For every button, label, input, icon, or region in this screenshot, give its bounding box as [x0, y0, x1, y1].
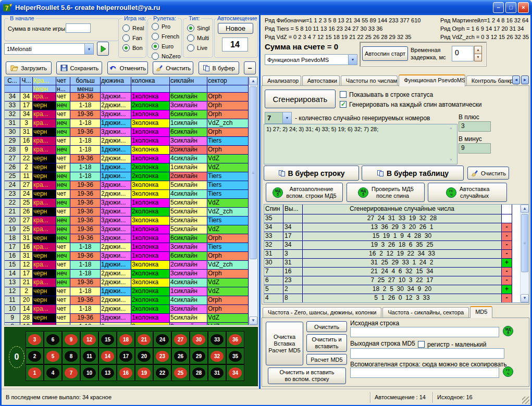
chevron-down-icon[interactable]: ▼ — [348, 55, 357, 65]
maximize-button[interactable]: □ — [505, 2, 516, 13]
generate-button[interactable]: Сгенерировать — [265, 90, 336, 108]
table-row[interactable]: 2126чернчет19-363дюжи...2колонка5сиклайн… — [5, 208, 249, 217]
clear-generated-button[interactable]: Очистить — [467, 167, 509, 180]
tab-scroll-right-icon[interactable]: ► — [521, 75, 529, 84]
generated-row[interactable]: 485 1 26 0 12 3 33- — [264, 294, 513, 303]
md5-icon[interactable]: ГСЧ — [502, 366, 514, 378]
table-row[interactable]: 3234кра...чет19-363дюжи...1колонка6сикла… — [5, 110, 249, 119]
generated-row[interactable]: 71621 24 4 6 32 15 34- — [264, 268, 513, 276]
scrollbar-thumb[interactable]: ≡ — [250, 86, 257, 259]
close-button[interactable]: × — [518, 2, 529, 13]
roulette-number-29[interactable]: 29 — [192, 351, 205, 362]
table-row[interactable]: 1321кра...неч19-362дюжи...3колонка4сикла… — [5, 278, 249, 287]
table-row[interactable]: 1014кра...чет1-182дюжи...2колонка3сиклай… — [5, 305, 249, 314]
roulette-number-23[interactable]: 23 — [156, 351, 169, 362]
md5-clear-paste-button[interactable]: Очистить и вставить — [306, 334, 347, 352]
radio-option-french[interactable]: French — [148, 31, 181, 41]
roulette-number-27[interactable]: 27 — [174, 334, 187, 345]
radio-option-live[interactable]: Live — [183, 43, 213, 53]
table-row[interactable]: 2916кра...чет1-182дюжи...1колонка3сиклай… — [5, 137, 249, 146]
roulette-number-18[interactable]: 18 — [119, 334, 132, 345]
roulette-number-11[interactable]: 11 — [83, 351, 96, 362]
toolbar-button-minus[interactable]: − — [244, 61, 256, 74]
check-md5-button[interactable]: МД5 Проверить МД5 после спина — [347, 183, 425, 202]
table-row[interactable]: 1512кра...чет1-181дюжи...3колонка2сиклай… — [5, 261, 249, 270]
play-button[interactable] — [97, 42, 109, 56]
table-row[interactable]: 3317черннеч1-182дюжи...2колонка3сиклайнO… — [5, 102, 249, 110]
table-row[interactable]: 262чернчет1-181дюжи...2колонка1сиклайнVd… — [5, 163, 249, 172]
checkbox-show-status[interactable] — [340, 91, 347, 98]
functional-combobox[interactable]: Функционал PsevdoMS ▼ — [265, 54, 357, 65]
table-row[interactable]: 313кра...неч1-181дюжи...3колонка1сиклайн… — [5, 119, 249, 128]
table-row[interactable]: 1716кра...чет1-182дюжи...1колонка3сиклай… — [5, 243, 249, 252]
roulette-number-13[interactable]: 13 — [101, 367, 114, 378]
scroll-down-icon[interactable]: ▼ — [249, 316, 257, 325]
count-combobox[interactable]: 7 ▼ — [265, 112, 292, 124]
roulette-number-8[interactable]: 8 — [65, 351, 78, 362]
history-table-scrollbar[interactable]: ▲ ≡ ▼ — [249, 77, 257, 325]
delay-input[interactable]: 0 — [452, 46, 474, 61]
radio-option-fan[interactable]: Fan — [119, 33, 146, 43]
roulette-number-1[interactable]: 1 — [28, 367, 41, 378]
md5-clear-button[interactable]: Очистить — [306, 321, 347, 332]
table-row[interactable]: 2027кра...неч19-363дюжи...3колонка5сикла… — [5, 217, 249, 225]
generated-textarea[interactable]: 1) 27; 2) 24; 3) 31; 4) 33; 5) 19; 6) 32… — [264, 124, 457, 164]
roulette-number-2[interactable]: 2 — [28, 351, 41, 362]
table-row[interactable]: 2225кра...неч19-363дюжи...1колонка5сикла… — [5, 199, 249, 208]
md5-big-button[interactable]: Очистка Вставка Расчет MD5 — [266, 322, 303, 365]
start-sum-input[interactable] — [66, 23, 91, 33]
roulette-number-10[interactable]: 10 — [83, 367, 96, 378]
tab-частоты-по-числам[interactable]: Частоты по числам — [341, 75, 398, 86]
toolbar-button-undo[interactable]: Отменить — [107, 61, 148, 74]
spinner-up-icon[interactable]: ▲ — [475, 46, 481, 54]
table-row[interactable]: 2511черннеч1-181дюжи...2колонка2сиклайнT… — [5, 172, 249, 181]
tab-автоставки[interactable]: Автоставки — [302, 75, 340, 86]
roulette-number-36[interactable]: 36 — [229, 334, 242, 345]
tab-частота-сиклайны-сектора[interactable]: Частота - сиклайны, сектора — [382, 307, 469, 318]
table-row[interactable]: 3434кра...чет19-363дюжи...1колонка6сикла… — [5, 93, 249, 102]
spinner-down-icon[interactable]: ▼ — [475, 54, 481, 61]
delay-spinner[interactable]: ▲ ▼ — [474, 46, 482, 61]
roulette-number-17[interactable]: 17 — [119, 351, 132, 362]
table-row[interactable]: 1120чернчет19-362дюжи...2колонка4сиклайн… — [5, 296, 249, 305]
md5-icon[interactable]: МД5 — [502, 325, 514, 338]
generated-row[interactable]: 31316 2 12 19 22 34 33- — [264, 250, 513, 259]
generated-row[interactable]: 323419 3 26 18 6 35 25- — [264, 241, 513, 250]
table-row[interactable]: 289кра...неч1-181дюжи...3колонка2сиклайн… — [5, 146, 249, 155]
roulette-number-30[interactable]: 30 — [192, 334, 205, 345]
table-row[interactable]: 810кра...чет1-182дюжи...3колонка3сиклайн… — [5, 323, 249, 325]
roulette-number-19[interactable]: 19 — [138, 367, 151, 378]
tab-md5[interactable]: MD5 — [470, 306, 492, 318]
radio-option-pro[interactable]: Pro — [148, 21, 181, 31]
scroll-up-icon[interactable]: ▲ — [249, 77, 257, 85]
toolbar-button-clear[interactable]: Очистить — [153, 61, 193, 74]
roulette-number-20[interactable]: 20 — [138, 351, 151, 362]
tab-контроль-банкро[interactable]: Контроль банкро — [466, 75, 517, 86]
scrollbar-thumb[interactable]: ≡ — [521, 214, 528, 272]
roulette-number-24[interactable]: 24 — [156, 334, 169, 345]
roulette-number-35[interactable]: 35 — [229, 351, 242, 362]
tab-анализатор[interactable]: Анализатор — [262, 75, 301, 86]
autobet-random-button[interactable]: ГСЧ Автоставка случайных — [428, 183, 507, 202]
table-row[interactable]: 2722чернчет19-362дюжи...1колонка4сиклайн… — [5, 155, 249, 163]
roulette-number-16[interactable]: 16 — [119, 367, 132, 378]
radio-option-nozero[interactable]: NoZero — [148, 51, 181, 61]
radio-option-real[interactable]: Real — [119, 23, 146, 33]
roulette-number-31[interactable]: 31 — [211, 367, 224, 378]
chevron-down-icon[interactable]: ▼ — [282, 112, 291, 123]
buffer-table-button[interactable]: В буфер таблицу — [362, 166, 464, 181]
radio-option-bon[interactable]: Bon — [119, 43, 146, 53]
textarea-scroll-up-icon[interactable]: ▲ — [449, 124, 457, 132]
generated-row[interactable]: 331715 19 1 9 4 28 30- — [264, 232, 513, 241]
roulette-number-9[interactable]: 9 — [65, 334, 78, 345]
table-row[interactable]: 122чернчет1-181дюжи...2колонка1сиклайнVd… — [5, 287, 249, 296]
roulette-number-14[interactable]: 14 — [101, 351, 114, 362]
generated-row[interactable]: 3527 24 31 33 19 32 28 — [264, 214, 513, 223]
radio-option-euro[interactable]: Euro — [148, 41, 181, 51]
md5-calc-button[interactable]: Расчет MD5 — [306, 354, 347, 365]
tab-scroll-left-icon[interactable]: ◄ — [512, 75, 520, 84]
roulette-number-4[interactable]: 4 — [46, 367, 59, 378]
clear-paste-aux-button[interactable]: Очистить и вставить во вспом. строку — [268, 367, 346, 384]
tab-функционал-psevdoms[interactable]: Функционал PsevdoMS — [399, 74, 465, 86]
output-string-input[interactable] — [350, 348, 504, 359]
